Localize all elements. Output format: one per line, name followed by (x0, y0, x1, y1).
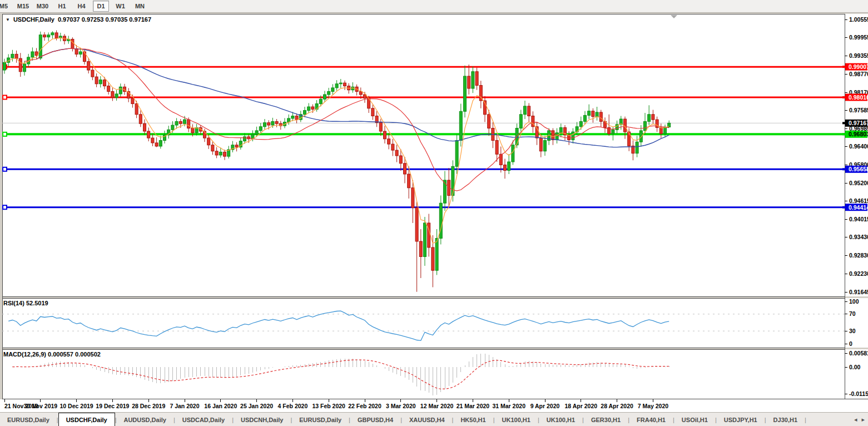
chart-title: ▼ USDCHF,Daily 0.97037 0.97253 0.97035 0… (6, 16, 151, 23)
price-tick-label: 0.92830 (849, 252, 868, 259)
timeframe-toolbar: M5M15M30H1H4D1W1MN (0, 0, 868, 13)
current-price-label-text: 0.97167 (849, 120, 868, 126)
price-tick-label: 0.92230 (849, 270, 868, 277)
tab-separator: | (805, 413, 806, 426)
hline-price-label-notch (842, 96, 845, 98)
chart-tab-xauusd-h4[interactable]: XAUUSD,H4 (402, 413, 452, 426)
rsi-tick-label: 70 (849, 310, 856, 317)
chart-tab-ger30-h1[interactable]: GER30,H1 (584, 413, 628, 426)
rsi-tick-label: 30 (849, 328, 856, 334)
chart-tab-bar: EURUSD,Daily|USDCHF,Daily|AUDUSD,Daily|U… (0, 412, 868, 426)
date-label: 22 Feb 2020 (348, 403, 381, 409)
chart-tab-usdcnh-daily[interactable]: USDCNH,Daily (234, 413, 290, 426)
date-label: 21 Mar 2020 (457, 403, 490, 409)
date-label: 16 Jan 2020 (204, 403, 237, 409)
price-tick-label: 0.97585 (849, 107, 868, 113)
date-label: 3 Mar 2020 (386, 403, 416, 409)
date-label: 28 Apr 2020 (601, 403, 633, 409)
date-label: 19 Dec 2019 (96, 403, 129, 409)
price-tick-label: 0.94015 (849, 216, 868, 222)
chart-tab-usdjpy-h1[interactable]: USDJPY,H1 (717, 413, 765, 426)
chart-tab-uk100-h1[interactable]: UK100,H1 (495, 413, 538, 426)
date-label: 28 Dec 2019 (132, 403, 165, 409)
macd-tick-label: 0.00 (849, 364, 861, 370)
chart-tab-eurusd-daily[interactable]: EURUSD,Daily (292, 413, 349, 426)
hline-price-label-notch (842, 206, 845, 209)
hline-price-label-text: 0.94414 (849, 204, 868, 211)
hline-price-label-notch (842, 133, 845, 135)
date-label: 18 Apr 2020 (565, 403, 598, 409)
timeframe-button-w1[interactable]: W1 (112, 1, 128, 12)
timeframe-button-h4[interactable]: H4 (73, 1, 90, 12)
date-label: 9 Apr 2020 (530, 403, 560, 409)
chart-tab-audusd-daily[interactable]: AUDUSD,Daily (116, 413, 173, 426)
chart-tabs: EURUSD,Daily|USDCHF,Daily|AUDUSD,Daily|U… (0, 413, 806, 426)
hline-price-label-notch (842, 168, 845, 170)
chart-tab-usdcad-daily[interactable]: USDCAD,Daily (175, 413, 232, 426)
hline-handle[interactable] (3, 132, 7, 136)
date-label: 7 Jan 2020 (170, 403, 199, 409)
timeframe-button-h1[interactable]: H1 (54, 1, 70, 12)
timeframe-button-mn[interactable]: MN (132, 1, 148, 12)
hline-price-label-notch (842, 66, 845, 68)
chart-ohlc-values: 0.97037 0.97253 0.97035 0.97167 (58, 16, 151, 23)
chart-symbol: USDCHF,Daily (13, 16, 54, 23)
chart-tab-eurusd-daily[interactable]: EURUSD,Daily (0, 413, 57, 426)
macd-tick-label: -0.011514 (849, 390, 868, 397)
chart-tab-usoil-h1[interactable]: USOil,H1 (674, 413, 715, 426)
timeframe-button-m30[interactable]: M30 (34, 1, 51, 12)
price-tick-label: 0.95200 (849, 180, 868, 186)
chart-tab-gbpusd-h4[interactable]: GBPUSD,H4 (350, 413, 400, 426)
date-label: 7 May 2020 (638, 403, 669, 409)
macd-tick-label: 0.005818 (849, 350, 868, 356)
chart-tab-usdchf-daily[interactable]: USDCHF,Daily (58, 413, 115, 426)
collapse-arrow-icon[interactable]: ▼ (6, 17, 10, 22)
price-tick-label: 0.98770 (849, 71, 868, 77)
price-tick-label: 0.99355 (849, 52, 868, 59)
price-tick-label: 0.94615 (849, 197, 868, 204)
timeframe-button-m5[interactable]: M5 (0, 1, 12, 12)
date-label: 30 Nov 2019 (23, 403, 57, 409)
tab-scroll-arrows: ◂ ▸ (854, 413, 865, 426)
price-tick-label: 0.96400 (849, 143, 868, 150)
chart-area: 1.005550.999550.993550.987700.981700.975… (0, 13, 868, 412)
hline-price-label-text: 0.95658 (849, 166, 868, 172)
hline-price-label-text: 0.98010 (849, 94, 868, 101)
price-tick-label: 1.00555 (849, 16, 868, 23)
chart-tab-fra40-h1[interactable]: FRA40,H1 (629, 413, 673, 426)
hline-price-label-text: 0.99007 (849, 63, 868, 70)
chart-tab-dj30-h1[interactable]: DJ30,H1 (766, 413, 805, 426)
price-tick-label: 0.91645 (849, 289, 868, 295)
hline-handle[interactable] (3, 205, 7, 209)
date-label: 12 Mar 2020 (420, 403, 454, 409)
chart-tab-hk50-h1[interactable]: HK50,H1 (453, 413, 493, 426)
rsi-indicator-label: RSI(14) 52.5019 (3, 300, 48, 306)
timeframe-button-d1[interactable]: D1 (93, 1, 109, 12)
hline-price-label-text: 0.96803 (849, 131, 868, 137)
rsi-tick-label: 0 (849, 340, 852, 347)
date-label: 31 Mar 2020 (492, 403, 525, 409)
date-label: 10 Dec 2019 (60, 403, 93, 409)
rsi-tick-label: 100 (849, 298, 859, 305)
date-label: 13 Feb 2020 (312, 403, 345, 409)
chart-tab-uk100-h1[interactable]: UK100,H1 (539, 413, 582, 426)
hline-handle[interactable] (3, 95, 7, 99)
hline-handle[interactable] (3, 167, 7, 171)
price-tick-label: 0.93430 (849, 234, 868, 240)
date-label: 25 Jan 2020 (240, 403, 273, 409)
tab-scroll-right-icon[interactable]: ▸ (861, 416, 865, 423)
timeframe-button-m15[interactable]: M15 (15, 1, 31, 12)
price-chart[interactable]: 1.005550.999550.993550.987700.981700.975… (0, 13, 868, 412)
date-label: 4 Feb 2020 (278, 403, 308, 409)
tab-scroll-left-icon[interactable]: ◂ (854, 416, 857, 423)
current-price-label-notch (842, 122, 845, 124)
price-tick-label: 0.99955 (849, 34, 868, 41)
mt4-window: M5M15M30H1H4D1W1MN 1.005550.999550.99355… (0, 0, 868, 426)
macd-indicator-label: MACD(12,26,9) 0.000557 0.000502 (3, 351, 101, 358)
